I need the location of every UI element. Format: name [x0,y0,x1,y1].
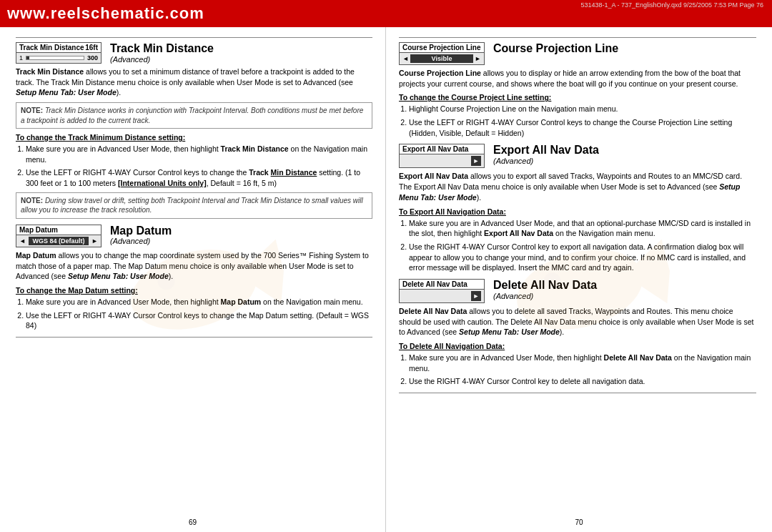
file-info: 531438-1_A - 737_EnglishOnly.qxd 9/25/20… [580,1,763,9]
slider-max-label: 300 [87,54,98,61]
track-min-distance-slider[interactable]: 1 300 [16,53,101,63]
delete-nav-body: Delete All Nav Data allows you to delete… [399,306,756,338]
track-min-distance-title-block: Track Min Distance (Advanced) [110,42,214,64]
course-projection-step-2: Use the LEFT or RIGHT 4-WAY Cursor Contr… [409,117,756,138]
export-nav-header: Export All Nav Data ► Export All Nav Dat… [399,144,756,168]
track-min-distance-body: Track Min Distance allows you to set a m… [16,66,372,98]
content-area: Track Min Distance 16ft 1 300 Track Min … [0,27,772,532]
course-projection-control[interactable]: Course Projection Line ◄ Visible ► [399,42,485,65]
export-nav-body: Export All Nav Data allows you to export… [399,171,756,202]
export-nav-section-title: Export All Nav Data [493,144,599,157]
slider-fill [26,56,29,59]
map-datum-steps: Make sure you are in Advanced User Mode,… [26,297,372,331]
course-projection-title-block: Course Projection Line [493,42,618,55]
bottom-rule-right [399,393,756,393]
track-min-distance-instruction-heading: To change the Track Minimum Distance set… [16,133,372,142]
export-nav-title-block: Export All Nav Data (Advanced) [493,144,599,165]
page-left: Track Min Distance 16ft 1 300 Track Min … [0,27,386,532]
track-min-distance-label: Track Min Distance [19,44,84,51]
map-datum-dropdown[interactable]: ◄ WGS 84 (Default) ► [16,235,101,247]
export-nav-arrow-btn[interactable]: ► [471,156,481,166]
track-min-distance-section: Track Min Distance 16ft 1 300 Track Min … [16,42,372,219]
course-projection-title-bar: Course Projection Line [400,43,484,53]
page-number-left: 69 [189,518,197,526]
export-nav-step-1: Make sure you are in Advanced User Mode,… [409,218,756,239]
slider-track[interactable] [26,56,84,60]
course-projection-label: Course Projection Line [402,44,480,51]
map-datum-section-title: Map Datum [110,225,172,237]
dropdown-left-arrow-icon: ◄ [19,237,26,245]
track-min-distance-title-bar: Track Min Distance 16ft [16,43,101,53]
track-min-distance-steps: Make sure you are in Advanced User Mode,… [26,144,372,189]
map-datum-header: Map Datum ◄ WGS 84 (Default) ► Map Datum… [16,225,372,247]
map-datum-label: Map Datum [19,226,58,234]
page-number-right: 70 [575,518,583,526]
map-datum-title-bar: Map Datum [16,225,101,235]
export-nav-section: Export All Nav Data ► Export All Nav Dat… [399,144,756,273]
bottom-rule-left [16,337,372,338]
course-projection-instruction-heading: To change the Course Project Line settin… [399,93,756,102]
track-min-distance-note1: NOTE: Track Min Distance works in conjun… [16,102,372,129]
course-projection-dropdown[interactable]: ◄ Visible ► [400,53,484,64]
track-min-distance-note2: NOTE: During slow travel or drift, setti… [16,192,372,219]
course-projection-value: Visible [410,54,473,63]
top-rule-right [399,37,756,38]
export-nav-arrow[interactable]: ► [400,154,484,167]
course-projection-steps: Highlight Course Projection Line on the … [409,104,756,138]
export-nav-label: Export All Nav Data [402,145,468,153]
delete-nav-arrow-btn[interactable]: ► [471,291,481,301]
track-min-distance-step-1: Make sure you are in Advanced User Mode,… [26,144,372,164]
course-proj-left-arrow-icon: ◄ [402,55,409,62]
map-datum-subtitle: (Advanced) [110,237,172,245]
course-projection-step-1: Highlight Course Projection Line on the … [409,104,756,114]
track-min-distance-header: Track Min Distance 16ft 1 300 Track Min … [16,42,372,64]
export-nav-subtitle: (Advanced) [493,157,599,165]
delete-nav-arrow[interactable]: ► [400,290,484,302]
course-projection-body: Course Projection Line allows you to dis… [399,68,756,89]
map-datum-instruction-heading: To change the Map Datum setting: [16,286,372,295]
delete-nav-title-bar: Delete All Nav Data [400,280,484,290]
map-datum-step-2: Use the LEFT or RIGHT 4-WAY Cursor Contr… [26,310,372,331]
header-url: www.reelschematic.com [7,4,204,23]
course-projection-header: Course Projection Line ◄ Visible ► Cours… [399,42,756,65]
delete-nav-header: Delete All Nav Data ► Delete All Nav Dat… [399,279,756,303]
delete-nav-step-2: Use the RIGHT 4-WAY Cursor Control key t… [409,376,756,387]
delete-nav-label: Delete All Nav Data [402,280,467,288]
export-nav-steps: Make sure you are in Advanced User Mode,… [409,218,756,273]
delete-nav-section: Delete All Nav Data ► Delete All Nav Dat… [399,279,756,387]
delete-nav-control[interactable]: Delete All Nav Data ► [399,279,485,303]
delete-nav-steps: Make sure you are in Advanced User Mode,… [409,353,756,387]
course-proj-right-arrow-icon: ► [475,55,481,62]
track-min-distance-subtitle: (Advanced) [110,55,214,64]
course-projection-section-title: Course Projection Line [493,42,618,55]
export-nav-step-2: Use the RIGHT 4-WAY Cursor Control key t… [409,242,756,273]
course-projection-section: Course Projection Line ◄ Visible ► Cours… [399,42,756,138]
delete-nav-subtitle: (Advanced) [493,292,597,300]
delete-nav-title-block: Delete All Nav Data (Advanced) [493,279,597,300]
track-min-distance-step-2: Use the LEFT or RIGHT 4-WAY Cursor Contr… [26,167,372,188]
header: www.reelschematic.com 531438-1_A - 737_E… [0,0,772,27]
page-right: Course Projection Line ◄ Visible ► Cours… [386,27,772,532]
delete-nav-instruction-heading: To Delete All Navigation Data: [399,342,756,350]
map-datum-section: Map Datum ◄ WGS 84 (Default) ► Map Datum… [16,225,372,331]
track-min-distance-value: 16ft [85,44,98,51]
slider-min-label: 1 [19,54,23,61]
map-datum-control[interactable]: Map Datum ◄ WGS 84 (Default) ► [16,225,102,247]
map-datum-current-value: WGS 84 (Default) [29,237,89,245]
map-datum-title-block: Map Datum (Advanced) [110,225,172,246]
delete-nav-step-1: Make sure you are in Advanced User Mode,… [409,353,756,373]
track-min-distance-control[interactable]: Track Min Distance 16ft 1 300 [16,42,102,64]
export-nav-title-bar: Export All Nav Data [400,144,484,154]
export-nav-instruction-heading: To Export All Navigation Data: [399,207,756,216]
track-min-distance-section-title: Track Min Distance [110,42,214,55]
map-datum-body: Map Datum allows you to change the map c… [16,250,372,282]
map-datum-step-1: Make sure you are in Advanced User Mode,… [26,297,372,307]
export-nav-control[interactable]: Export All Nav Data ► [399,144,485,168]
delete-nav-section-title: Delete All Nav Data [493,279,597,292]
top-rule-left [16,37,372,38]
dropdown-right-arrow-icon: ► [91,237,98,245]
